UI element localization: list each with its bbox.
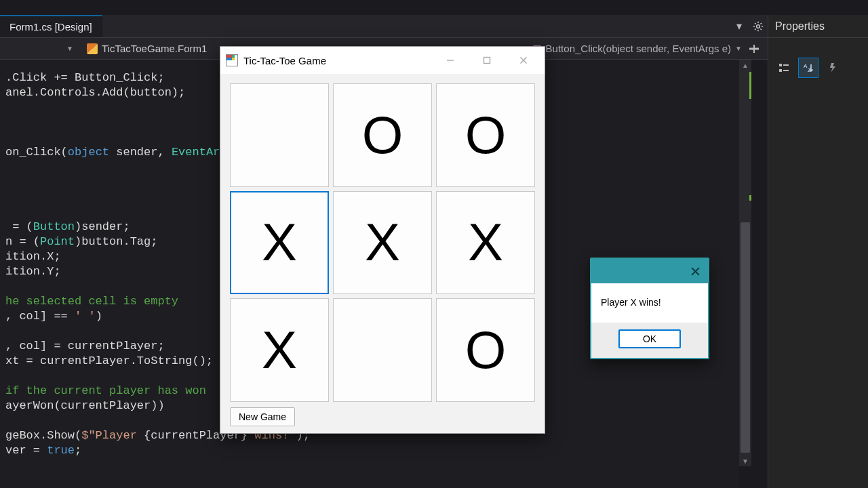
member-dropdown[interactable]: ◧ Button_Click(object sender, EventArgs … <box>526 38 749 59</box>
messagebox: Player X wins! OK <box>590 258 709 359</box>
scroll-change-marker <box>749 195 751 201</box>
cell-0-1[interactable]: O <box>333 83 432 187</box>
cell-1-2[interactable]: X <box>436 191 535 295</box>
tab-form1-design[interactable]: Form1.cs [Design] <box>0 15 102 37</box>
cell-2-0[interactable]: X <box>230 298 329 402</box>
code-line: ition.Y; <box>5 265 61 278</box>
close-button[interactable] <box>508 49 539 71</box>
code-line: , col] = currentPlayer; <box>5 340 165 352</box>
cell-0-2[interactable]: O <box>436 83 535 187</box>
code-frag: sender, <box>109 146 172 159</box>
events-icon[interactable] <box>823 58 843 78</box>
categorized-icon[interactable] <box>774 58 794 78</box>
code-frag: ; <box>75 444 81 457</box>
cell-1-0[interactable]: X <box>230 191 329 295</box>
class-dropdown[interactable]: TicTacToeGame.Form1 <box>80 38 214 59</box>
minimize-button[interactable] <box>435 49 466 71</box>
chevron-down-icon: ▼ <box>66 45 73 52</box>
code-frag: )sender; <box>75 220 130 233</box>
scroll-thumb[interactable] <box>741 222 750 453</box>
svg-line-5 <box>755 23 756 24</box>
app-icon <box>226 54 238 66</box>
cell-0-0[interactable] <box>230 83 329 187</box>
gear-icon[interactable] <box>749 15 768 37</box>
scroll-down-icon[interactable]: ▼ <box>739 455 751 466</box>
code-line: if the current player has won <box>5 384 206 397</box>
code-line: he selected cell is empty <box>5 295 178 308</box>
document-tab-bar: Form1.cs [Design] ▾ <box>0 15 768 38</box>
svg-rect-19 <box>484 58 490 64</box>
svg-line-6 <box>760 28 762 30</box>
tab-label: Form1.cs [Design] <box>9 21 92 33</box>
tictactoe-grid: O O X X X X O <box>230 83 535 402</box>
code-frag: object <box>68 146 109 159</box>
code-frag: , col] == <box>5 310 75 323</box>
svg-rect-11 <box>779 64 782 66</box>
properties-toolbar: AZ <box>768 52 868 84</box>
properties-title: Properties <box>775 20 825 33</box>
messagebox-text: Player X wins! <box>591 283 708 323</box>
window-body: O O X X X X O New Game <box>220 74 545 433</box>
code-line: ition.X; <box>5 250 61 263</box>
cell-2-2[interactable]: O <box>436 298 535 402</box>
tab-overflow-chevron-icon[interactable]: ▾ <box>730 15 749 37</box>
split-editor-icon[interactable] <box>749 43 768 54</box>
code-frag: n = ( <box>5 235 40 248</box>
tab-spacer <box>102 15 730 37</box>
code-frag: = ( <box>5 220 33 233</box>
chevron-down-icon: ▼ <box>735 45 742 52</box>
window-title: Tic-Tac-Toe Game <box>243 55 429 66</box>
editor-scrollbar[interactable]: ▲ ▼ <box>739 60 751 466</box>
svg-rect-12 <box>779 69 782 72</box>
window-titlebar[interactable]: Tic-Tac-Toe Game <box>220 47 545 74</box>
svg-line-8 <box>760 23 762 24</box>
code-frag: ver = <box>5 444 47 457</box>
code-frag: geBox.Show( <box>5 429 81 442</box>
scroll-up-icon[interactable]: ▲ <box>739 60 751 70</box>
tictactoe-window: Tic-Tac-Toe Game O O X X X X O New Game <box>220 46 545 434</box>
member-dropdown-label: Button_Click(object sender, EventArgs e) <box>546 43 731 54</box>
code-line: .Click += Button_Click; <box>5 71 165 84</box>
code-frag: ) <box>96 310 102 323</box>
code-line: ayerWon(currentPlayer)) <box>5 399 165 412</box>
code-line: anel.Controls.Add(button); <box>5 86 185 99</box>
maximize-button[interactable] <box>471 49 502 71</box>
code-frag: true <box>47 444 75 457</box>
scope-dropdown[interactable]: ▼ <box>0 38 80 59</box>
cell-2-1[interactable] <box>333 298 432 402</box>
ok-button[interactable]: OK <box>618 329 681 348</box>
properties-panel: Properties AZ <box>768 15 868 488</box>
code-frag: )button.Tag; <box>75 235 157 248</box>
class-icon <box>87 43 98 54</box>
properties-header: Properties <box>768 15 868 38</box>
messagebox-footer: OK <box>591 323 708 358</box>
close-icon[interactable] <box>686 263 704 279</box>
code-frag: Point <box>40 235 75 248</box>
svg-line-7 <box>755 28 756 30</box>
code-frag: $"Player <box>81 429 144 442</box>
cell-1-1[interactable]: X <box>333 191 432 295</box>
class-dropdown-label: TicTacToeGame.Form1 <box>102 43 207 54</box>
code-line: xt = currentPlayer.ToString(); <box>5 354 213 367</box>
alphabetical-icon[interactable]: AZ <box>798 58 818 78</box>
code-frag: ' ' <box>75 310 96 323</box>
code-frag: on_Click( <box>5 146 68 159</box>
messagebox-titlebar[interactable] <box>591 259 708 283</box>
code-frag: Button <box>33 220 75 233</box>
svg-point-0 <box>757 24 760 28</box>
scroll-change-marker <box>749 72 751 99</box>
new-game-button[interactable]: New Game <box>230 407 295 426</box>
